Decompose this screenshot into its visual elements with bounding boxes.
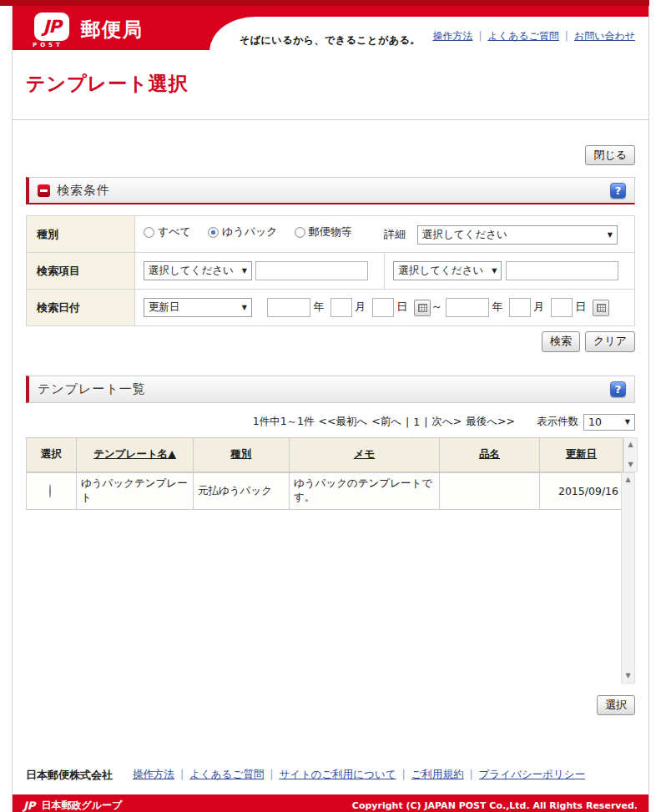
pagination-next[interactable]: 次へ> bbox=[431, 415, 462, 429]
pagination-current-page[interactable]: 1 bbox=[413, 416, 420, 428]
from-month-input[interactable] bbox=[330, 298, 352, 317]
col-memo-sort[interactable]: メモ bbox=[354, 447, 376, 460]
select-button[interactable]: 選択 bbox=[597, 695, 635, 715]
radio-mail-label: 郵便物等 bbox=[309, 224, 352, 240]
search-item-group-2: 選択してください ▼ bbox=[385, 253, 635, 290]
chevron-down-icon: ▼ bbox=[608, 231, 613, 239]
help-icon[interactable]: ? bbox=[610, 381, 626, 397]
header-link-contact[interactable]: お問い合わせ bbox=[574, 30, 635, 42]
scroll-up-icon[interactable]: ▲ bbox=[625, 473, 630, 487]
search-date-controls: 更新日 ▼ 年月日～年月日 bbox=[135, 290, 635, 326]
per-page-value: 10 bbox=[588, 416, 602, 428]
footer-link-site-usage[interactable]: サイトのご利用について bbox=[279, 768, 396, 780]
list-scrollbar[interactable]: ▲ ▼ bbox=[621, 472, 635, 683]
brand-name: 郵便局 bbox=[81, 17, 144, 43]
calendar-icon[interactable] bbox=[414, 300, 431, 316]
post-logo-text: POST bbox=[33, 42, 63, 48]
scroll-down-icon[interactable]: ▼ bbox=[628, 458, 633, 472]
scroll-up-icon[interactable]: ▲ bbox=[628, 438, 633, 451]
to-year-input[interactable] bbox=[446, 298, 489, 317]
clear-button[interactable]: クリア bbox=[585, 331, 635, 351]
from-year-input[interactable] bbox=[267, 298, 310, 317]
result-count: 1件中1～1件 bbox=[253, 415, 315, 429]
detail-select[interactable]: 選択してください ▼ bbox=[417, 225, 618, 245]
col-template-name-sort[interactable]: テンプレート名▲ bbox=[93, 447, 176, 460]
search-item-label: 検索項目 bbox=[27, 253, 135, 290]
year-unit: 年 bbox=[313, 300, 324, 313]
main-content: 閉じる 検索条件 ? 種別 すべて ゆうパック bbox=[13, 145, 648, 715]
close-button[interactable]: 閉じる bbox=[585, 145, 635, 165]
link-separator: | bbox=[270, 768, 273, 780]
to-month-input[interactable] bbox=[509, 298, 531, 317]
date-type-select[interactable]: 更新日 ▼ bbox=[144, 298, 252, 317]
month-unit: 月 bbox=[533, 300, 544, 313]
item-select-1[interactable]: 選択してください ▼ bbox=[144, 261, 252, 280]
footer-link-help[interactable]: 操作方法 bbox=[133, 768, 174, 780]
radio-yupack[interactable]: ゆうパック bbox=[208, 224, 278, 240]
title-block: テンプレート選択 bbox=[13, 50, 648, 120]
col-select: 選択 bbox=[27, 437, 77, 472]
footer-link-privacy[interactable]: プライバシーポリシー bbox=[479, 768, 585, 780]
list-section-title: テンプレート一覧 bbox=[38, 381, 146, 397]
pagination-bar: 1件中1～1件 <<最初へ <前へ | 1 | 次へ> 最後へ>> 表示件数 1… bbox=[26, 414, 635, 431]
search-date-label: 検索日付 bbox=[27, 290, 135, 326]
link-separator: | bbox=[478, 30, 482, 42]
search-button[interactable]: 検索 bbox=[542, 331, 580, 351]
pagination-last[interactable]: 最後へ>> bbox=[466, 415, 515, 429]
scroll-down-icon[interactable]: ▼ bbox=[625, 669, 630, 683]
row-updated: 2015/09/16 bbox=[540, 472, 622, 509]
search-section-title: 検索条件 bbox=[57, 183, 110, 199]
help-icon[interactable]: ? bbox=[610, 183, 626, 199]
pagination-prev[interactable]: <前へ bbox=[371, 415, 401, 429]
per-page-label: 表示件数 bbox=[537, 415, 578, 429]
radio-icon[interactable] bbox=[295, 227, 305, 238]
radio-all-label: すべて bbox=[158, 224, 191, 240]
header-link-help[interactable]: 操作方法 bbox=[432, 30, 472, 42]
link-separator: | bbox=[180, 768, 184, 780]
row-select-cell bbox=[27, 472, 77, 509]
per-page-select[interactable]: 10 ▼ bbox=[583, 414, 635, 431]
col-updated-sort[interactable]: 更新日 bbox=[566, 447, 598, 460]
jp-group-logo: JP bbox=[23, 799, 35, 812]
footer-brand-bar: JP 日本郵政グループ Copyright (C) JAPAN POST Co.… bbox=[13, 794, 648, 812]
footer-link-faq[interactable]: よくあるご質問 bbox=[189, 768, 264, 780]
radio-icon[interactable] bbox=[144, 227, 154, 238]
header-link-faq[interactable]: よくあるご質問 bbox=[487, 30, 558, 42]
col-item-sort[interactable]: 品名 bbox=[479, 447, 500, 460]
pagination-separator: | bbox=[406, 416, 409, 428]
footer-link-terms[interactable]: ご利用規約 bbox=[411, 768, 464, 780]
item-select-1-value: 選択してください bbox=[149, 264, 234, 278]
row-memo: ゆうパックのテンプレートです。 bbox=[290, 472, 440, 509]
chevron-down-icon: ▼ bbox=[242, 304, 247, 311]
type-label: 種別 bbox=[27, 216, 135, 253]
row-radio[interactable] bbox=[49, 484, 51, 498]
radio-mail[interactable]: 郵便物等 bbox=[295, 224, 352, 240]
footer: 日本郵便株式会社 操作方法|よくあるご質問|サイトのご利用について|ご利用規約|… bbox=[13, 754, 648, 794]
table-row[interactable]: ゆうパックテンプレート 元払ゆうパック ゆうパックのテンプレートです。 2015… bbox=[27, 472, 622, 509]
search-form: 種別 すべて ゆうパック 郵便物等 詳細 bbox=[26, 215, 635, 326]
link-separator: | bbox=[470, 768, 473, 780]
calendar-icon[interactable] bbox=[593, 300, 609, 316]
pagination-first[interactable]: <<最初へ bbox=[319, 415, 368, 429]
to-day-input[interactable] bbox=[551, 298, 573, 317]
search-date-row: 検索日付 更新日 ▼ 年月日～年月日 bbox=[27, 290, 635, 326]
item-input-2[interactable] bbox=[506, 261, 618, 280]
from-day-input[interactable] bbox=[372, 298, 394, 317]
item-select-2[interactable]: 選択してください ▼ bbox=[393, 261, 502, 280]
header-links: 操作方法|よくあるご質問|お問い合わせ bbox=[432, 29, 635, 43]
day-unit: 日 bbox=[396, 300, 407, 313]
radio-checked-icon[interactable] bbox=[208, 227, 219, 238]
col-type-sort[interactable]: 種別 bbox=[231, 447, 252, 460]
header-scrollbar[interactable]: ▲ ▼ bbox=[623, 437, 638, 472]
collapse-minus-icon[interactable] bbox=[38, 184, 50, 197]
chevron-down-icon: ▼ bbox=[242, 267, 247, 275]
jp-post-logo: JP bbox=[34, 13, 69, 41]
range-separator: ～ bbox=[431, 300, 442, 313]
pagination-separator: | bbox=[424, 416, 427, 428]
list-body-table: ゆうパックテンプレート 元払ゆうパック ゆうパックのテンプレートです。 2015… bbox=[26, 472, 621, 510]
search-section-header: 検索条件 ? bbox=[26, 177, 635, 204]
type-controls: すべて ゆうパック 郵便物等 詳細 選択してください ▼ bbox=[135, 216, 635, 253]
item-input-1[interactable] bbox=[255, 261, 368, 280]
radio-yupack-label: ゆうパック bbox=[222, 224, 278, 240]
radio-all[interactable]: すべて bbox=[144, 224, 191, 240]
